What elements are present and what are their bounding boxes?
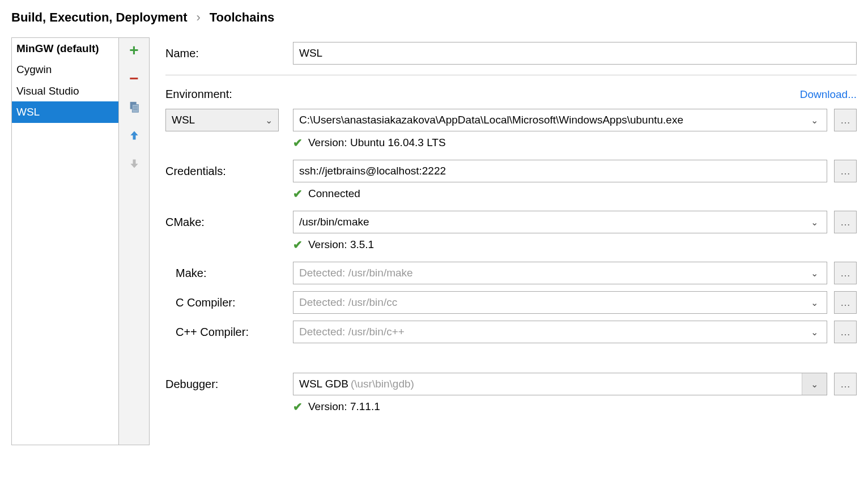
copy-icon	[128, 101, 141, 113]
browse-button[interactable]: …	[834, 160, 857, 182]
list-item[interactable]: Cygwin	[12, 59, 118, 80]
name-input[interactable]	[293, 42, 857, 65]
ellipsis-icon: …	[840, 165, 850, 177]
browse-button[interactable]: …	[834, 262, 857, 284]
breadcrumb-parent[interactable]: Build, Execution, Deployment	[11, 10, 187, 25]
chevron-down-icon: ⌄	[265, 115, 273, 126]
check-icon: ✔	[293, 238, 303, 251]
env-path-value: C:\Users\anastasiakazakova\AppData\Local…	[299, 114, 683, 126]
add-button[interactable]: +	[124, 41, 144, 59]
cmake-select[interactable]: /usr/bin/cmake ⌄	[293, 211, 827, 233]
ellipsis-icon: …	[840, 114, 850, 126]
chevron-down-icon: ⌄	[811, 379, 818, 390]
ellipsis-icon: …	[840, 378, 850, 390]
browse-button[interactable]: …	[834, 321, 857, 343]
browse-button[interactable]: …	[834, 373, 857, 395]
environment-status: ✔ Version: Ubuntu 16.04.3 LTS	[293, 136, 857, 150]
cpp-compiler-select[interactable]: Detected: /usr/bin/c++ ⌄	[293, 321, 827, 343]
download-link[interactable]: Download...	[800, 88, 857, 101]
environment-label: Environment:	[165, 88, 232, 101]
c-compiler-select[interactable]: Detected: /usr/bin/cc ⌄	[293, 291, 827, 314]
list-toolbar: + −	[119, 37, 150, 445]
credentials-input[interactable]	[293, 160, 827, 182]
ellipsis-icon: …	[840, 267, 850, 279]
credentials-status: ✔ Connected	[293, 187, 857, 201]
environment-type-select[interactable]: WSL ⌄	[165, 109, 279, 131]
move-down-button	[124, 155, 144, 173]
check-icon: ✔	[293, 400, 303, 413]
environment-path-select[interactable]: C:\Users\anastasiakazakova\AppData\Local…	[293, 109, 827, 131]
separator	[165, 75, 857, 75]
chevron-down-icon: ⌄	[811, 115, 818, 126]
svg-rect-1	[132, 104, 138, 112]
credentials-label: Credentials:	[165, 165, 293, 178]
check-icon: ✔	[293, 136, 303, 150]
debugger-status: ✔ Version: 7.11.1	[293, 400, 857, 413]
toolchain-list[interactable]: MinGW (default) Cygwin Visual Studio WSL	[11, 37, 119, 445]
move-up-button[interactable]	[124, 126, 144, 144]
env-type-value: WSL	[172, 114, 195, 126]
toolchain-list-panel: MinGW (default) Cygwin Visual Studio WSL…	[11, 37, 150, 445]
browse-button[interactable]: …	[834, 109, 857, 131]
list-item[interactable]: MinGW (default)	[12, 38, 118, 59]
list-item[interactable]: Visual Studio	[12, 80, 118, 101]
chevron-down-icon: ⌄	[811, 297, 818, 308]
remove-button[interactable]: −	[124, 70, 144, 88]
make-label: Make:	[165, 267, 293, 280]
browse-button[interactable]: …	[834, 291, 857, 314]
cmake-label: CMake:	[165, 216, 293, 229]
arrow-up-icon	[129, 130, 140, 141]
breadcrumb: Build, Execution, Deployment › Toolchain…	[0, 0, 868, 37]
chevron-right-icon: ›	[196, 10, 200, 25]
cpp-compiler-label: C++ Compiler:	[165, 326, 293, 339]
c-compiler-label: C Compiler:	[165, 296, 293, 309]
chevron-down-icon: ⌄	[811, 268, 818, 279]
breadcrumb-current: Toolchains	[210, 10, 275, 25]
debugger-label: Debugger:	[165, 378, 293, 391]
copy-button[interactable]	[124, 98, 144, 116]
check-icon: ✔	[293, 187, 303, 201]
ellipsis-icon: …	[840, 216, 850, 228]
make-select[interactable]: Detected: /usr/bin/make ⌄	[293, 262, 827, 284]
cmake-status: ✔ Version: 3.5.1	[293, 238, 857, 251]
arrow-down-icon	[129, 158, 140, 169]
debugger-select[interactable]: WSL GDB (\usr\bin\gdb) ⌄	[293, 373, 827, 395]
chevron-down-icon: ⌄	[811, 217, 818, 228]
ellipsis-icon: …	[840, 326, 850, 338]
name-label: Name:	[165, 47, 293, 60]
browse-button[interactable]: …	[834, 211, 857, 233]
chevron-down-icon: ⌄	[811, 327, 818, 338]
list-item[interactable]: WSL	[12, 101, 118, 122]
ellipsis-icon: …	[840, 297, 850, 309]
